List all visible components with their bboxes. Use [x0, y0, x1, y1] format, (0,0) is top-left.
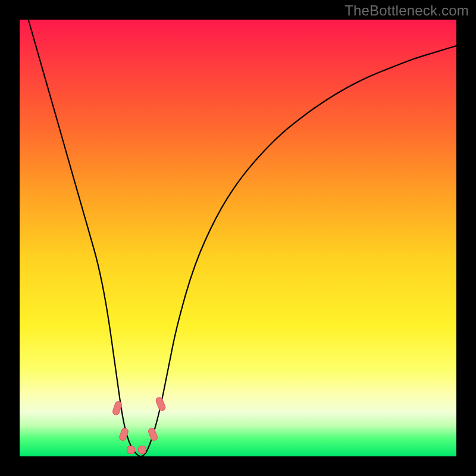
chart-frame: TheBottleneck.com [0, 0, 476, 476]
curve-svg [20, 20, 456, 456]
watermark-text: TheBottleneck.com [345, 2, 469, 19]
plot-area [20, 20, 456, 456]
bottleneck-curve [29, 20, 456, 456]
curve-marker [127, 446, 135, 454]
curve-marker [138, 446, 146, 454]
